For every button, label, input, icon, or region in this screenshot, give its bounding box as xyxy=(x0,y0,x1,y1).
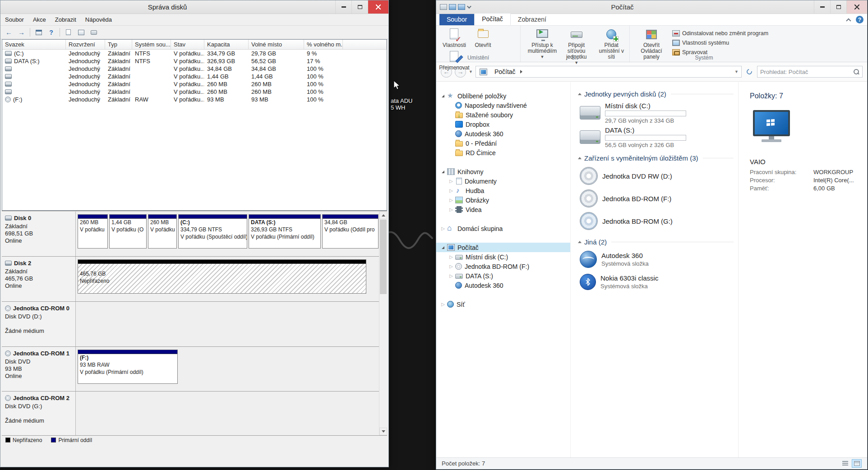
partition[interactable]: 1,44 GB V pořádku (O xyxy=(109,214,147,249)
menu-napoveda[interactable]: Nápověda xyxy=(81,14,116,25)
group-header-removable[interactable]: Zařízení s vyměnitelným úložištěm (3) xyxy=(578,153,734,162)
refresh-button[interactable] xyxy=(744,67,754,77)
volume-row[interactable]: (C:) Jednoduchý Základní NTFS V pořádku.… xyxy=(2,50,387,57)
cell-kapacita: 260 MB xyxy=(204,88,249,95)
maximize-button[interactable] xyxy=(830,0,846,14)
search-box[interactable] xyxy=(757,66,863,78)
volume-row[interactable]: (F:) Jednoduchý Základní RAW V pořádku..… xyxy=(2,96,387,103)
tab-pocitac[interactable]: Počítač xyxy=(474,13,511,25)
tab-zobrazeni[interactable]: Zobrazení xyxy=(511,14,554,25)
nav-network[interactable]: Síť xyxy=(436,300,570,309)
desktop-icon-label-line1: ata ADU xyxy=(391,97,432,104)
close-button[interactable] xyxy=(368,0,388,14)
menu-zobrazit[interactable]: Zobrazit xyxy=(51,14,81,25)
properties-button[interactable] xyxy=(63,27,74,37)
scroll-up-button[interactable] xyxy=(379,212,387,219)
partition[interactable]: 260 MB V pořádku xyxy=(78,214,108,249)
nav-bdrom-f[interactable]: Jednotka BD-ROM (F:) xyxy=(436,262,570,271)
menu-soubor[interactable]: Soubor xyxy=(0,14,28,25)
disk-info-disk2[interactable]: Disk 2 Základní 465,76 GB Online xyxy=(2,257,76,301)
minimize-ribbon-icon[interactable] xyxy=(846,18,851,23)
maximize-button[interactable] xyxy=(351,0,368,14)
partition-data-s[interactable]: DATA (S:) 326,93 GB NTFS V pořádku (Prim… xyxy=(249,214,321,249)
autodesk360-item[interactable]: Autodesk 360 Systémová složka xyxy=(580,250,734,269)
nav-local-disk-c[interactable]: Místní disk (C:) xyxy=(436,252,570,262)
refresh-button[interactable] xyxy=(75,27,87,37)
bd-g-item[interactable]: Jednotka BD-ROM (G:) xyxy=(580,211,734,231)
bd-f-item[interactable]: Jednotka BD-ROM (F:) xyxy=(580,189,734,208)
disk-view-button[interactable] xyxy=(88,27,99,37)
nav-recent-places[interactable]: Naposledy navštívené xyxy=(436,101,570,110)
volume-row[interactable]: DATA (S:) Jednoduchý Základní NTFS V poř… xyxy=(2,57,387,65)
nav-dropbox[interactable]: Dropbox xyxy=(436,120,570,129)
partition-c[interactable]: (C:) 334,79 GB NTFS V pořádku (Spouštěcí… xyxy=(178,214,247,249)
volume-row[interactable]: Jednoduchý Základní V pořádku... 1,44 GB… xyxy=(2,73,387,80)
column-volne-misto[interactable]: Volné místo xyxy=(249,40,304,49)
minimize-button[interactable] xyxy=(814,0,830,14)
nav-predani-folder[interactable]: 0 - Předání xyxy=(436,138,570,148)
drive-c-item[interactable]: Místní disk (C:) 29,7 GB volných z 334 G… xyxy=(580,102,734,124)
uninstall-program-button[interactable]: Odinstalovat nebo změnit program xyxy=(669,28,771,38)
desktop-icon-label[interactable]: ata ADU 5 WH xyxy=(391,97,432,111)
partition[interactable]: 34,84 GB V pořádku (Oddíl pro xyxy=(322,214,379,249)
unallocated-region[interactable]: 465,76 GB Nepřiřazeno xyxy=(78,259,366,294)
nav-rd-cimice-folder[interactable]: RD Čimice xyxy=(436,148,570,157)
dvd-d-item[interactable]: Jednotka DVD RW (D:) xyxy=(580,166,734,186)
open-button[interactable]: Otevřít xyxy=(470,27,496,49)
drive-s-item[interactable]: DATA (S:) 56,5 GB volných z 326 GB xyxy=(580,126,734,148)
search-input[interactable] xyxy=(760,69,854,75)
breadcrumb[interactable]: Počítač ▼ xyxy=(476,66,742,78)
scrollbar-thumb[interactable] xyxy=(380,220,387,294)
nav-documents[interactable]: Dokumenty xyxy=(436,176,570,186)
column-system[interactable]: Systém sou... xyxy=(132,40,171,49)
breadcrumb-computer[interactable]: Počítač xyxy=(493,67,517,76)
nav-downloads[interactable]: Stažené soubory xyxy=(436,110,570,120)
nav-computer[interactable]: Počítač xyxy=(436,243,570,252)
tab-soubor[interactable]: Soubor xyxy=(439,14,474,25)
vertical-scrollbar[interactable] xyxy=(379,212,387,435)
volume-row[interactable]: Jednoduchý Základní V pořádku... 34,84 G… xyxy=(2,65,387,73)
nav-autodesk360-computer[interactable]: Autodesk 360 xyxy=(436,281,570,290)
nokia-item[interactable]: Nokia 6303i classic Systémová složka xyxy=(580,272,734,291)
disk-info-cdrom2[interactable]: Jednotka CD-ROM 2 Disk DVD (G:) Žádné mé… xyxy=(2,392,76,436)
volume-row[interactable]: Jednoduchý Základní V pořádku... 260 MB … xyxy=(2,80,387,88)
nav-pictures[interactable]: Obrázky xyxy=(436,195,570,205)
nav-libraries[interactable]: Knihovny xyxy=(436,167,570,176)
group-header-other[interactable]: Jiná (2) xyxy=(578,237,734,246)
nav-favorites[interactable]: Oblíbené položky xyxy=(436,91,570,101)
close-button[interactable] xyxy=(846,0,867,14)
system-properties-button[interactable]: Vlastnosti systému xyxy=(669,38,771,47)
column-pct-volneho[interactable]: % volného m... xyxy=(304,40,343,49)
nav-videos[interactable]: Videa xyxy=(436,205,570,214)
scroll-down-button[interactable] xyxy=(379,428,387,435)
column-stav[interactable]: Stav xyxy=(171,40,204,49)
column-svazek[interactable]: Svazek xyxy=(2,40,66,49)
column-rozvrzeni[interactable]: Rozvržení xyxy=(66,40,105,49)
partition-status: V pořádku (Primární oddíl) xyxy=(249,233,320,240)
menu-akce[interactable]: Akce xyxy=(28,14,51,25)
back-button[interactable]: ← xyxy=(3,27,14,37)
partition-f[interactable]: (F:) 93 MB RAW V pořádku (Primární oddíl… xyxy=(78,350,178,384)
nav-autodesk360[interactable]: Autodesk 360 xyxy=(436,129,570,138)
volume-row[interactable]: Jednoduchý Základní V pořádku... 260 MB … xyxy=(2,88,387,96)
nav-data-s[interactable]: DATA (S:) xyxy=(436,271,570,281)
breadcrumb-arrow-icon[interactable] xyxy=(520,70,522,74)
partition[interactable]: 260 MB V pořádku xyxy=(148,214,177,249)
column-typ[interactable]: Typ xyxy=(105,40,132,49)
forward-button[interactable]: → xyxy=(16,27,27,37)
details-view-button[interactable] xyxy=(840,459,850,468)
disk-info-cdrom0[interactable]: Jednotka CD-ROM 0 Disk DVD (D:) Žádné mé… xyxy=(2,302,76,346)
disk-info-cdrom1[interactable]: Jednotka CD-ROM 1 Disk DVD 93 MB Online xyxy=(2,347,76,391)
disk-info-disk0[interactable]: Disk 0 Základní 698,51 GB Online xyxy=(2,212,76,256)
address-history-dropdown-icon[interactable]: ▼ xyxy=(734,69,739,74)
column-kapacita[interactable]: Kapacita xyxy=(204,40,249,49)
minimize-button[interactable] xyxy=(335,0,351,14)
help-icon[interactable] xyxy=(856,16,863,23)
nav-homegroup[interactable]: Domácí skupina xyxy=(436,224,570,233)
properties-button[interactable]: Vlastnosti xyxy=(441,27,467,49)
nav-music[interactable]: Hudba xyxy=(436,186,570,195)
thumbnail-view-button[interactable] xyxy=(852,459,862,468)
console-tree-button[interactable] xyxy=(33,27,44,37)
help-button[interactable]: ? xyxy=(46,27,57,37)
group-header-hdd[interactable]: Jednotky pevných disků (2) xyxy=(578,89,734,98)
